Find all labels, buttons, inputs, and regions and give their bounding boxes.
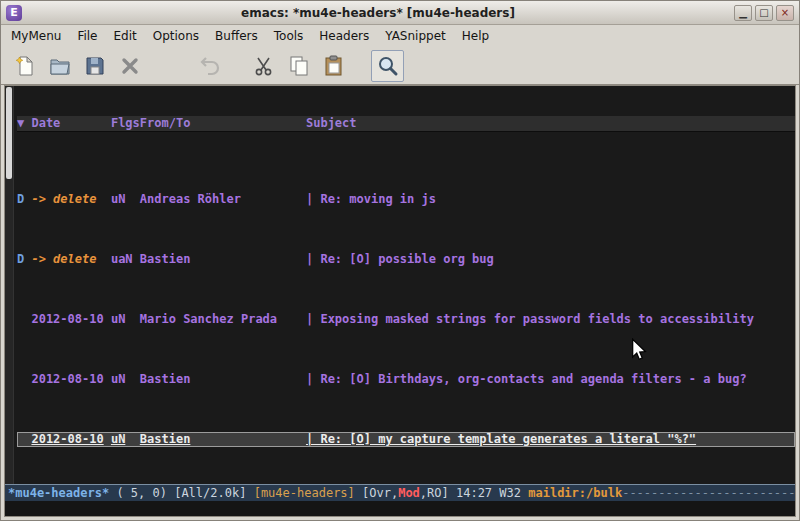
save-buffer-button[interactable] xyxy=(78,50,111,82)
scrollbar[interactable] xyxy=(5,86,14,484)
menu-item-mymenu[interactable]: MyMenu xyxy=(3,26,69,46)
frame-body: ▼ DateFlgsFrom/ToSubject D-> deleteuNAnd… xyxy=(4,85,796,517)
message-date: 2012-08-10 xyxy=(31,432,110,447)
message-date: -> delete xyxy=(31,252,110,267)
open-folder-button[interactable] xyxy=(43,50,76,82)
modeline-segment-buffer: *mu4e-headers* xyxy=(8,486,116,500)
modeline-segment-dashes: ----------------------------------------… xyxy=(622,486,795,500)
paste-clipboard-icon xyxy=(322,54,346,78)
menu-item-tools[interactable]: Tools xyxy=(266,26,312,46)
mark-flag: D xyxy=(17,252,31,267)
cut-button[interactable] xyxy=(247,50,280,82)
close-button[interactable]: × xyxy=(776,5,794,21)
message-list: D-> deleteuNAndreas Röhler| Re: moving i… xyxy=(17,162,795,484)
maximize-button[interactable]: □ xyxy=(755,5,773,21)
message-from: Bastien xyxy=(140,372,306,387)
new-file-button[interactable] xyxy=(8,50,41,82)
menu-item-yasnippet[interactable]: YASnippet xyxy=(377,26,454,46)
minimize-button[interactable]: ▁ xyxy=(734,5,752,21)
message-subject: | Exposing masked strings for password f… xyxy=(306,312,754,326)
column-header-subject[interactable]: Subject xyxy=(306,116,357,130)
message-row[interactable]: 2012-08-10uNBastien| Re: [O] my capture … xyxy=(17,432,795,447)
echo-area-minibuffer[interactable] xyxy=(5,501,795,516)
modeline-segment-plain: [Ovr, xyxy=(362,486,398,500)
menu-item-buffers[interactable]: Buffers xyxy=(207,26,266,46)
message-row[interactable]: D-> deleteuaNBastien| Re: [O] possible o… xyxy=(17,252,795,267)
close-buffer-button[interactable] xyxy=(113,50,146,82)
modeline-segment-alert: Mod xyxy=(398,486,420,500)
copy-button[interactable] xyxy=(282,50,315,82)
mu4e-headers-buffer: ▼ DateFlgsFrom/ToSubject D-> deleteuNAnd… xyxy=(14,86,795,484)
undo-icon xyxy=(198,54,222,78)
column-header-flags[interactable]: Flgs xyxy=(111,116,140,131)
window-controls: ▁ □ × xyxy=(734,5,794,21)
paste-button[interactable] xyxy=(317,50,350,82)
search-button[interactable] xyxy=(371,50,404,82)
window-title: emacs: *mu4e-headers* [mu4e-headers] xyxy=(28,6,728,20)
message-date: 2012-08-10 xyxy=(31,312,110,327)
menu-bar: MyMenuFileEditOptionsBuffersToolsHeaders… xyxy=(1,25,799,47)
message-from: Andreas Röhler xyxy=(140,192,306,207)
tool-bar xyxy=(1,47,799,85)
new-file-icon xyxy=(13,54,37,78)
message-subject: | Re: [O] possible org bug xyxy=(306,252,494,266)
menu-item-help[interactable]: Help xyxy=(454,26,497,46)
modeline-segment-plain: [All/2.0k] xyxy=(174,486,253,500)
scrollbar-thumb[interactable] xyxy=(6,87,12,179)
save-icon xyxy=(83,54,107,78)
message-flags: uaN xyxy=(111,252,140,267)
message-flags: uN xyxy=(111,192,140,207)
menu-item-headers[interactable]: Headers xyxy=(311,26,377,46)
message-from: Mario Sanchez Prada xyxy=(140,312,306,327)
undo-button[interactable] xyxy=(193,50,226,82)
message-subject: | Re: [O] Birthdays, org-contacts and ag… xyxy=(306,372,747,386)
message-flags: uN xyxy=(111,372,140,387)
menu-item-file[interactable]: File xyxy=(69,26,105,46)
message-flags: uN xyxy=(111,432,140,447)
search-icon xyxy=(376,54,400,78)
message-subject: | Re: [O] my capture template generates … xyxy=(306,432,696,446)
message-date: -> delete xyxy=(31,192,110,207)
modeline-segment-folder: maildir:/bulk xyxy=(528,486,622,500)
title-bar: E emacs: *mu4e-headers* [mu4e-headers] ▁… xyxy=(1,1,799,25)
header-line: ▼ DateFlgsFrom/ToSubject xyxy=(17,116,795,132)
close-x-icon xyxy=(118,54,142,78)
mode-line[interactable]: *mu4e-headers* ( 5, 0) [All/2.0k] [mu4e-… xyxy=(5,484,795,501)
message-date: 2012-08-10 xyxy=(31,372,110,387)
cut-scissors-icon xyxy=(252,54,276,78)
emacs-app-icon: E xyxy=(6,5,22,21)
column-header-date[interactable]: ▼ Date xyxy=(17,116,111,131)
modeline-segment-plain: W32 xyxy=(499,486,528,500)
modeline-segment-plain: 14:27 xyxy=(456,486,499,500)
mark-flag: D xyxy=(17,192,31,207)
message-subject: | Re: moving in js xyxy=(306,192,436,206)
message-row[interactable]: 2012-08-10uNMario Sanchez Prada| Exposin… xyxy=(17,312,795,327)
message-row[interactable]: 2012-08-10uNBastien| Re: [O] Birthdays, … xyxy=(17,372,795,387)
column-header-from[interactable]: From/To xyxy=(140,116,306,131)
message-from: Bastien xyxy=(140,252,306,267)
menu-item-edit[interactable]: Edit xyxy=(106,26,145,46)
buffer-area: ▼ DateFlgsFrom/ToSubject D-> deleteuNAnd… xyxy=(5,86,795,484)
menu-item-options[interactable]: Options xyxy=(145,26,207,46)
modeline-segment-plain: ( 5, 0) xyxy=(116,486,174,500)
copy-icon xyxy=(287,54,311,78)
message-row[interactable]: D-> deleteuNAndreas Röhler| Re: moving i… xyxy=(17,192,795,207)
open-folder-icon xyxy=(48,54,72,78)
modeline-segment-plain: ,RO] xyxy=(420,486,456,500)
message-flags: uN xyxy=(111,312,140,327)
modeline-segment-mode: [mu4e-headers] xyxy=(254,486,362,500)
message-from: Bastien xyxy=(140,432,306,447)
emacs-window: E emacs: *mu4e-headers* [mu4e-headers] ▁… xyxy=(0,0,800,521)
